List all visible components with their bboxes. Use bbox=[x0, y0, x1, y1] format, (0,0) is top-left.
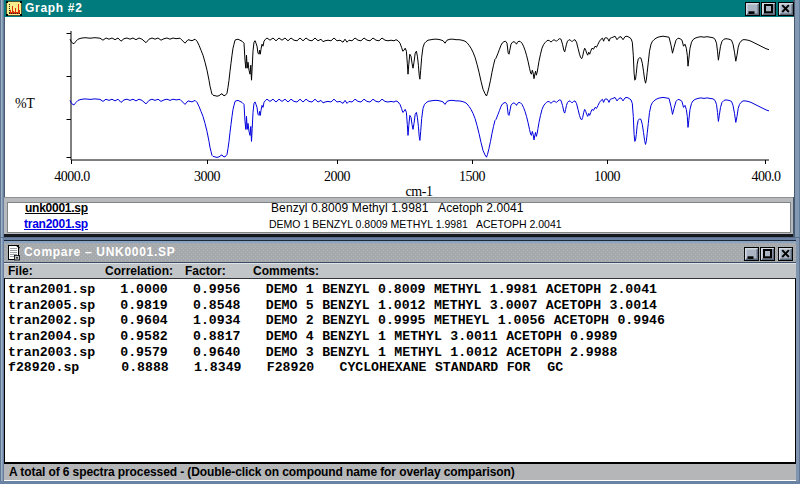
svg-text:1500: 1500 bbox=[459, 169, 486, 184]
svg-text:2000: 2000 bbox=[324, 169, 351, 184]
svg-text:3000: 3000 bbox=[194, 169, 221, 184]
svg-text:%T: %T bbox=[15, 96, 35, 111]
svg-text:4000.0: 4000.0 bbox=[54, 169, 90, 184]
svg-text:1000: 1000 bbox=[594, 169, 621, 184]
svg-text:400.0: 400.0 bbox=[752, 169, 782, 184]
